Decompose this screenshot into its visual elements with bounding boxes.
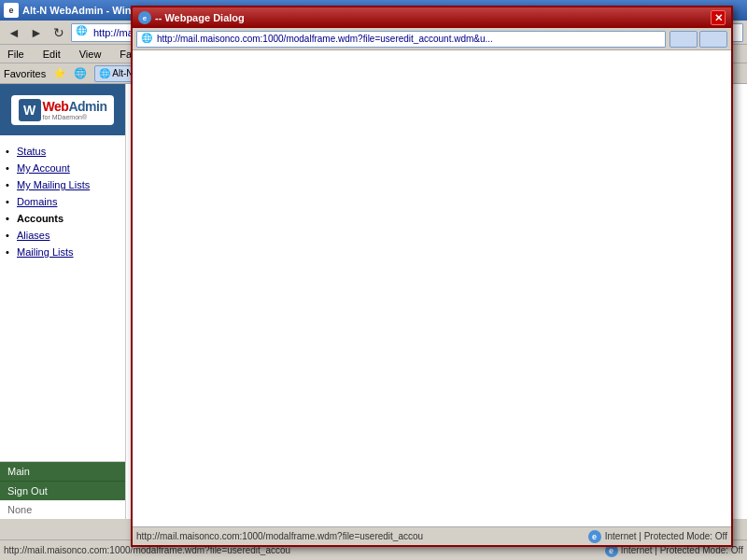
nav-my-account[interactable]: My Account [0, 160, 125, 176]
modal-right-buttons [669, 31, 727, 48]
modal-titlebar-icon: e [138, 11, 151, 24]
modal-btn-1[interactable] [669, 31, 698, 48]
sidebar: W WebAdmin for MDaemon® Status My Accoun… [0, 84, 126, 519]
nav-my-mailing-lists[interactable]: My Mailing Lists [0, 176, 125, 193]
menu-file[interactable]: File [4, 47, 28, 62]
logo-box: W WebAdmin for MDaemon® [11, 95, 115, 125]
browser-titlebar-icon: e [4, 3, 19, 18]
logo-brand: WebAdmin [43, 99, 107, 114]
modal-title: -- Webpage Dialog [155, 12, 711, 23]
modal-status-url: http://mail.maisonco.com:1000/modalframe… [136, 531, 583, 541]
modal-toolbar: 🌐 http://mail.maisonco.com:1000/modalfra… [133, 28, 731, 50]
modal-address-text: http://mail.maisonco.com:1000/modalframe… [157, 34, 493, 44]
modal-close-icon: ✕ [714, 12, 723, 24]
sidebar-bottom: Main Sign Out None [0, 461, 125, 519]
menu-view[interactable]: View [76, 47, 106, 62]
nav-accounts[interactable]: Accounts [0, 210, 125, 227]
modal-titlebar: e -- Webpage Dialog ✕ [133, 7, 731, 28]
menu-edit[interactable]: Edit [39, 47, 64, 62]
modal-content [133, 50, 731, 526]
modal-status-right: e Internet | Protected Mode: Off [588, 530, 727, 543]
favorites-label: Favorites [4, 68, 46, 79]
modal-status-icon: e [588, 530, 601, 543]
modal-address-bar[interactable]: 🌐 http://mail.maisonco.com:1000/modalfra… [136, 31, 666, 48]
modal-btn-2[interactable] [699, 31, 727, 48]
sidebar-logo: W WebAdmin for MDaemon® [0, 84, 125, 135]
sidebar-none: None [0, 500, 125, 519]
nav-domains[interactable]: Domains [0, 193, 125, 210]
nav-list: Status My Account My Mailing Lists Domai… [0, 135, 125, 461]
nav-aliases[interactable]: Aliases [0, 227, 125, 244]
back-button[interactable]: ◄ [4, 22, 24, 43]
modal-status-bar: http://mail.maisonco.com:1000/modalframe… [133, 526, 731, 545]
modal-address-globe-icon: 🌐 [141, 33, 154, 46]
modal-status-zone-text: Internet | Protected Mode: Off [605, 531, 727, 541]
forward-button[interactable]: ► [26, 22, 47, 43]
sidebar-main[interactable]: Main [0, 462, 125, 481]
refresh-button[interactable]: ↻ [49, 22, 69, 43]
nav-status[interactable]: Status [0, 143, 125, 160]
modal-close-button[interactable]: ✕ [711, 10, 726, 25]
modal-dialog: e -- Webpage Dialog ✕ 🌐 http://mail.mais… [131, 6, 733, 547]
logo-sub: for MDaemon® [43, 114, 107, 120]
nav-mailing-lists[interactable]: Mailing Lists [0, 244, 125, 260]
sidebar-signout[interactable]: Sign Out [0, 481, 125, 500]
address-icon: 🌐 [76, 25, 91, 40]
